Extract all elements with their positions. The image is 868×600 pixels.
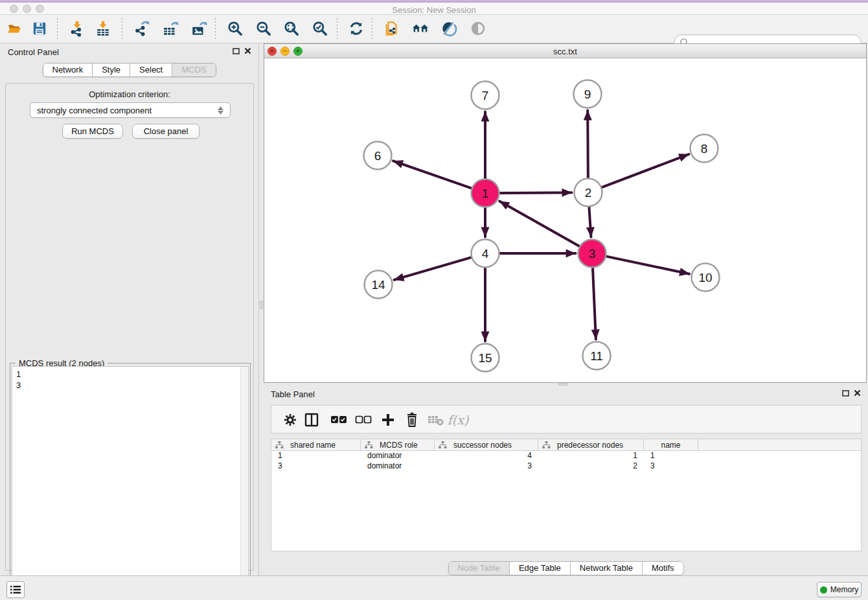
table-cell[interactable]: 3 xyxy=(271,461,361,472)
control-panel-tabs: NetworkStyleSelectMCDS xyxy=(42,63,216,77)
mcds-result-line: 3 xyxy=(16,380,244,391)
vertical-splitter-handle[interactable] xyxy=(260,301,263,309)
graph-node-2[interactable]: 2 xyxy=(575,179,602,207)
delete-column-icon[interactable] xyxy=(403,411,421,429)
zoom-out-icon[interactable] xyxy=(255,19,272,38)
mcds-result-textarea[interactable]: 13 xyxy=(12,366,249,600)
control-tab-mcds[interactable]: MCDS xyxy=(172,63,215,76)
toolbar-separator xyxy=(372,18,372,39)
graph-node-3[interactable]: 3 xyxy=(578,240,606,268)
control-tab-select[interactable]: Select xyxy=(130,63,172,76)
memory-button[interactable]: Memory xyxy=(817,582,862,597)
graph-edge-4-14[interactable] xyxy=(394,257,475,280)
table-cell[interactable]: 1 xyxy=(644,451,698,461)
result-scrollbar[interactable] xyxy=(240,367,248,600)
task-history-button[interactable] xyxy=(6,581,25,598)
close-panel-icon[interactable] xyxy=(244,47,251,54)
graph-edge-1-6[interactable] xyxy=(393,161,474,189)
network-canvas[interactable]: 7968124314101511 xyxy=(264,58,866,382)
table-cell[interactable]: dominator xyxy=(361,451,435,461)
zoom-fit-icon[interactable] xyxy=(282,19,300,38)
column-header-label: name xyxy=(661,441,680,450)
control-tab-style[interactable]: Style xyxy=(93,63,130,76)
column-header-name[interactable]: name xyxy=(644,439,698,450)
table-cell[interactable]: dominator xyxy=(361,461,435,472)
table-row[interactable]: 3dominator323 xyxy=(271,461,861,472)
open-session-icon[interactable] xyxy=(6,19,23,38)
float-panel-icon[interactable] xyxy=(233,48,240,54)
deselect-all-columns-icon[interactable] xyxy=(354,411,372,429)
mcds-result-line: 1 xyxy=(16,369,244,380)
network-window-titlebar[interactable]: ✕ − + scc.txt xyxy=(264,44,866,58)
graph-node-1[interactable]: 1 xyxy=(472,179,499,207)
memory-status-icon xyxy=(820,586,827,594)
show-column-icon[interactable] xyxy=(303,411,321,429)
table-cell[interactable]: 4 xyxy=(435,451,538,461)
graph-node-4[interactable]: 4 xyxy=(472,240,499,268)
close-table-panel-icon[interactable] xyxy=(854,389,861,397)
graph-node-9[interactable]: 9 xyxy=(574,80,602,108)
float-table-panel-icon[interactable] xyxy=(842,390,849,397)
hide-details-eye-icon[interactable] xyxy=(469,19,486,38)
toolbar-separator xyxy=(122,18,122,39)
zoom-selected-icon[interactable] xyxy=(311,19,328,38)
control-tab-network[interactable]: Network xyxy=(43,63,93,76)
node-table: shared nameMCDS rolesuccessor nodesprede… xyxy=(271,439,862,551)
table-header-row: shared nameMCDS rolesuccessor nodesprede… xyxy=(271,439,861,451)
export-table-icon[interactable] xyxy=(161,19,179,38)
graph-edge-2-3[interactable] xyxy=(589,204,591,237)
toolbar-separator xyxy=(57,18,58,39)
export-network-icon[interactable] xyxy=(133,19,150,38)
graph-edge-2-8[interactable] xyxy=(599,154,689,189)
graph-node-7[interactable]: 7 xyxy=(472,82,499,110)
graph-node-10[interactable]: 10 xyxy=(692,264,720,292)
optimization-criterion-select[interactable]: strongly connected component xyxy=(30,102,231,118)
add-column-icon[interactable] xyxy=(379,411,397,429)
close-panel-button[interactable]: Close panel xyxy=(132,124,200,139)
table-tab-network-table[interactable]: Network Table xyxy=(571,562,643,575)
select-all-columns-icon[interactable] xyxy=(330,411,348,429)
graph-edge-3-11[interactable] xyxy=(593,265,596,340)
column-header-shared-name[interactable]: shared name xyxy=(271,439,361,450)
run-mcds-button[interactable]: Run MCDS xyxy=(62,124,123,139)
import-table-icon[interactable] xyxy=(94,19,111,38)
optimization-criterion-label: Optimization criterion: xyxy=(6,89,253,99)
refresh-view-icon[interactable] xyxy=(347,19,365,38)
graph-node-14[interactable]: 14 xyxy=(365,271,393,299)
table-cell[interactable]: 3 xyxy=(435,461,538,472)
table-cell[interactable]: 3 xyxy=(644,461,698,472)
graph-node-15[interactable]: 15 xyxy=(472,344,499,372)
new-network-from-selection-icon[interactable] xyxy=(383,19,401,38)
graph-edge-3-10[interactable] xyxy=(603,256,689,274)
save-session-icon[interactable] xyxy=(30,19,48,38)
table-options-gear-icon[interactable] xyxy=(281,411,299,429)
table-tab-node-table[interactable]: Node Table xyxy=(448,562,510,575)
graph-node-label: 7 xyxy=(482,89,489,102)
table-tab-edge-table[interactable]: Edge Table xyxy=(510,562,571,575)
table-cell[interactable]: 2 xyxy=(538,461,644,472)
first-neighbors-icon[interactable] xyxy=(412,19,429,38)
graph-node-6[interactable]: 6 xyxy=(364,142,392,170)
column-header-successor-nodes[interactable]: successor nodes xyxy=(435,439,538,450)
graph-edge-1-2[interactable] xyxy=(497,192,572,193)
zoom-in-icon[interactable] xyxy=(226,19,244,38)
network-window-title: scc.txt xyxy=(264,47,866,56)
column-header-label: shared name xyxy=(290,441,336,450)
graph-node-11[interactable]: 11 xyxy=(583,342,611,370)
import-network-icon[interactable] xyxy=(68,19,86,38)
column-header-MCDS-role[interactable]: MCDS role xyxy=(361,439,435,450)
table-row[interactable]: 1dominator411 xyxy=(271,451,861,461)
delete-table-icon xyxy=(427,411,445,429)
table-tab-motifs[interactable]: Motifs xyxy=(643,562,683,575)
table-cell[interactable]: 1 xyxy=(538,451,644,461)
table-cell[interactable]: 1 xyxy=(271,451,361,461)
graph-node-label: 9 xyxy=(584,87,591,101)
graph-edge-3-1[interactable] xyxy=(499,202,582,248)
graph-node-8[interactable]: 8 xyxy=(691,135,718,163)
column-header-predecessor-nodes[interactable]: predecessor nodes xyxy=(538,439,644,450)
apply-function-icon: f(x) xyxy=(449,411,467,429)
export-image-icon[interactable] xyxy=(190,19,207,38)
graph-edge-2-9[interactable] xyxy=(588,111,588,181)
show-graphics-details-icon[interactable] xyxy=(440,19,457,38)
column-header-label: successor nodes xyxy=(453,441,512,450)
